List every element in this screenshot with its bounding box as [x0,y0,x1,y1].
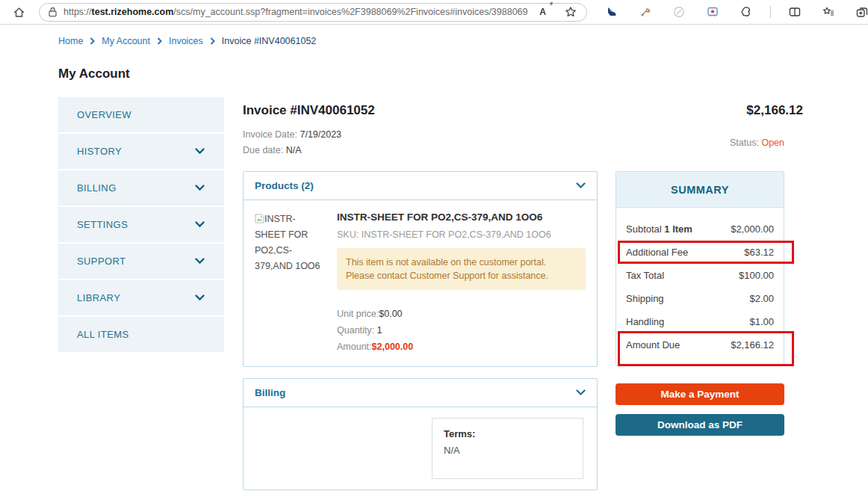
chevron-down-icon [195,258,205,265]
summary-row-handling: Handling $1.00 [625,310,775,333]
favorite-star-icon [565,6,577,18]
invoice-total: $2,166.12 [746,103,803,118]
terms-label: Terms: [444,428,571,439]
read-aloud-button[interactable]: A〃 [535,2,554,22]
product-warning: This item is not available on the custom… [337,248,586,290]
due-date: Due date: N/A [243,143,341,158]
invoice-header: Invoice #INV40061052 $2,166.12 [243,103,803,118]
page-title: My Account [58,67,868,81]
chevron-down-icon [195,294,205,301]
billing-panel: Billing Terms: N/A [243,378,598,490]
split-screen-icon [789,6,801,18]
billing-panel-header[interactable]: Billing [244,379,597,407]
invoice-title: Invoice #INV40061052 [243,103,375,118]
favorite-button[interactable] [561,2,580,22]
tab-groups-button[interactable] [852,2,868,22]
disabled-pencil-extension-icon [673,6,685,18]
sidebar-item-support[interactable]: SUPPORT [58,244,224,279]
chevron-down-icon [195,185,205,191]
lock-icon [49,7,57,17]
chevron-right-icon [90,37,95,45]
account-sidebar: OVERVIEW HISTORY BILLING SETTINGS SUPPOR… [58,97,224,353]
chevron-down-icon [195,148,205,155]
amount: Amount:$2,000.00 [337,339,586,355]
sidebar-item-label: BILLING [77,182,117,194]
split-screen-button[interactable] [785,2,805,22]
extension-button-1[interactable] [602,2,621,22]
broken-image-icon [255,214,264,223]
extensions-area [602,2,868,22]
unit-price: Unit price:$0.00 [337,306,586,322]
summary-row-subtotal: Subtotal 1 Item $2,000.00 [625,217,775,241]
products-panel: Products (2) INSTR-SHEET FOR PO2,CS-379,… [243,171,598,367]
sidebar-item-all-items[interactable]: ALL ITEMS [58,317,224,352]
blob-extension-icon [740,6,752,18]
breadcrumb-invoices[interactable]: Invoices [169,36,203,46]
product-name: INSTR-SHEET FOR PO2,CS-379,AND 1OO6 [337,211,586,223]
summary-row-additional-fee: Additional Fee $63.12 [625,241,775,264]
breadcrumb-home[interactable]: Home [58,36,83,46]
make-payment-button[interactable]: Make a Payment [616,383,784,405]
sidebar-item-label: SUPPORT [77,256,125,267]
quantity: Quantity: 1 [337,322,586,339]
extension-button-4[interactable] [703,2,722,22]
products-panel-title: Products (2) [255,180,314,191]
breadcrumb-my-account[interactable]: My Account [102,36,150,46]
home-button[interactable] [9,2,28,22]
sidebar-item-library[interactable]: LIBRARY [58,280,224,315]
chevron-down-icon [195,221,205,228]
summary-panel: SUMMARY Subtotal 1 Item $2,000.00 Additi… [616,171,784,366]
sidebar-item-label: SETTINGS [77,219,128,230]
product-sku: SKU: INSTR-SHEET FOR PO2,CS-379,AND 1OO6 [337,229,586,240]
extension-button-2[interactable] [636,2,655,22]
sidebar-item-label: ALL ITEMS [77,329,129,340]
invoice-meta: Invoice Date: 7/19/2023 Due date: N/A St… [243,127,803,158]
read-aloud-icon: A [539,7,546,17]
url-text[interactable]: https://test.rizehome.com/scs/my_account… [63,7,528,17]
blue-extension-icon [606,6,618,18]
terms-box: Terms: N/A [432,418,583,479]
sidebar-item-label: LIBRARY [77,292,120,303]
collections-icon [822,6,834,18]
summary-row-tax-total: Tax Total $100.00 [625,264,775,287]
star-badge-extension-icon [707,6,719,18]
product-image-alt: INSTR-SHEET FOR PO2,CS-379,AND 1OO6 [255,211,324,355]
summary-row-shipping: Shipping $2.00 [625,287,775,310]
sidebar-item-billing[interactable]: BILLING [58,170,224,206]
browser-toolbar: https://test.rizehome.com/scs/my_account… [0,0,868,25]
home-icon [13,6,25,19]
sidebar-item-overview[interactable]: OVERVIEW [58,97,224,132]
chevron-down-icon [576,182,586,189]
sidebar-item-history[interactable]: HISTORY [58,134,224,169]
invoice-date: Invoice Date: 7/19/2023 [243,127,341,143]
download-pdf-button[interactable]: Download as PDF [616,414,784,436]
sidebar-item-label: OVERVIEW [77,109,131,120]
products-panel-header[interactable]: Products (2) [244,172,597,200]
sidebar-item-settings[interactable]: SETTINGS [58,207,224,242]
status-badge: Status: Open [730,138,803,148]
summary-header: SUMMARY [616,172,784,208]
toolbar-divider [770,6,771,18]
terms-value: N/A [444,445,571,456]
chevron-right-icon [157,37,162,45]
chevron-down-icon [576,389,586,396]
collections-button[interactable] [819,2,838,22]
chevron-right-icon [210,37,215,45]
breadcrumb: Home My Account Invoices Invoice #INV400… [58,36,868,46]
product-item: INSTR-SHEET FOR PO2,CS-379,AND 1OO6 INST… [255,211,586,355]
billing-panel-title: Billing [255,387,285,398]
orange-tool-extension-icon [639,6,651,18]
summary-row-amount-due: Amount Due $2,166.12 [625,333,775,356]
extension-button-5[interactable] [737,2,756,22]
sidebar-item-label: HISTORY [77,146,122,157]
address-bar[interactable]: https://test.rizehome.com/scs/my_account… [39,3,587,22]
invoice-detail: Invoice #INV40061052 $2,166.12 Invoice D… [243,97,803,490]
tab-groups-icon [856,6,868,18]
breadcrumb-current: Invoice #INV40061052 [222,36,316,46]
extension-button-3[interactable] [669,2,689,22]
